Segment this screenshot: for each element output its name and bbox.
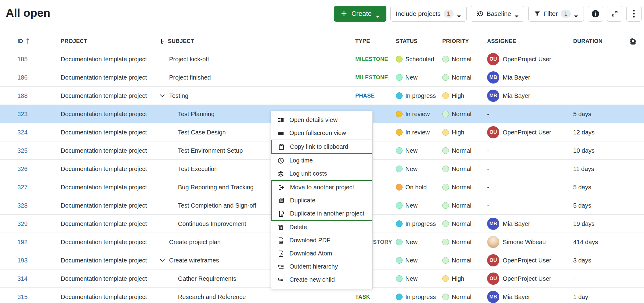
priority-cell: High <box>442 123 464 141</box>
work-package-id-link[interactable]: 329 <box>17 215 27 233</box>
duration-cell: 5 days <box>573 178 591 196</box>
priority-label: High <box>452 275 464 282</box>
chevron-down-icon <box>457 12 461 15</box>
menu-item-create-new-child[interactable]: Create new child <box>271 273 372 286</box>
status-label: In review <box>405 129 430 136</box>
details-view-icon <box>277 117 284 123</box>
menu-item-download-atom[interactable]: Download Atom <box>271 247 372 260</box>
subject-text: Research and Reference <box>178 294 246 301</box>
work-package-id-link[interactable]: 328 <box>17 196 27 215</box>
column-header-status[interactable]: STATUS <box>396 34 418 49</box>
work-package-id-link[interactable]: 326 <box>17 160 27 178</box>
more-options-button[interactable] <box>626 6 642 22</box>
assignee-name: - <box>487 111 489 118</box>
work-package-id-link[interactable]: 188 <box>17 87 27 105</box>
include-projects-badge: 1 <box>444 10 454 18</box>
assignee-cell: OUOpenProject User <box>487 251 551 269</box>
assignee-name: OpenProject User <box>503 129 551 136</box>
subject-text: Test Execution <box>178 166 218 173</box>
menu-item-delete[interactable]: Delete <box>271 221 372 234</box>
create-button-label: Create <box>351 10 371 18</box>
priority-label: Normal <box>452 147 471 154</box>
status-dot-icon <box>396 202 403 209</box>
menu-group: Open details viewOpen fullscreen view <box>271 113 372 140</box>
fullscreen-button[interactable] <box>607 6 622 22</box>
work-package-id-link[interactable]: 192 <box>17 233 27 251</box>
collapse-chevron-icon[interactable] <box>159 258 169 262</box>
priority-dot-icon <box>442 220 449 227</box>
status-dot-icon <box>396 92 403 99</box>
work-package-id-link[interactable]: 186 <box>17 68 27 87</box>
duration-cell: 11 days <box>573 160 594 178</box>
baseline-icon <box>476 10 483 17</box>
work-package-id-link[interactable]: 315 <box>17 288 27 303</box>
subject-text: Test Environment Setup <box>178 147 243 154</box>
table-row[interactable]: 188Documentation template projectTesting… <box>0 87 644 105</box>
baseline-button[interactable]: Baseline <box>471 6 524 22</box>
status-dot-icon <box>396 74 403 81</box>
work-package-id-link[interactable]: 314 <box>17 269 27 288</box>
work-package-id-link[interactable]: 327 <box>17 178 27 196</box>
column-header-subject[interactable]: SUBJECT <box>160 34 194 49</box>
work-package-id-link[interactable]: 193 <box>17 251 27 269</box>
menu-item-duplicate[interactable]: Duplicate <box>272 194 372 207</box>
status-cell: New <box>396 141 418 160</box>
menu-item-label: Download Atom <box>289 250 332 257</box>
menu-item-move-to-another-project[interactable]: Move to another project <box>272 181 372 194</box>
work-package-id-link[interactable]: 325 <box>17 141 27 160</box>
priority-dot-icon <box>442 184 449 191</box>
column-header-priority[interactable]: PRIORITY <box>442 34 469 49</box>
assignee-name: - <box>487 202 489 209</box>
priority-label: High <box>452 92 464 99</box>
project-cell: Documentation template project <box>61 123 147 141</box>
column-header-id[interactable]: ID <box>17 34 30 49</box>
priority-label: High <box>452 129 464 136</box>
clock-icon <box>277 157 284 164</box>
assignee-cell: - <box>487 105 489 123</box>
column-header-duration[interactable]: DURATION <box>573 34 602 49</box>
priority-dot-icon <box>442 257 449 264</box>
menu-item-outdent-hierarchy[interactable]: Outdent hierarchy <box>271 260 372 273</box>
project-cell: Documentation template project <box>61 68 147 87</box>
filter-button[interactable]: Filter 1 <box>528 6 584 22</box>
include-projects-label: Include projects <box>396 10 441 17</box>
subject-cell: Test Execution <box>159 160 218 178</box>
menu-item-download-pdf[interactable]: PDFDownload PDF <box>271 234 372 247</box>
menu-item-open-details-view[interactable]: Open details view <box>271 113 372 127</box>
priority-cell: Normal <box>442 288 471 303</box>
menu-item-log-unit-costs[interactable]: Log unit costs <box>271 167 372 180</box>
work-package-id-link[interactable]: 323 <box>17 105 27 123</box>
info-button[interactable] <box>588 6 603 22</box>
trash-icon <box>277 224 284 231</box>
column-header-assignee[interactable]: ASSIGNEE <box>487 34 516 49</box>
assignee-cell: MBMia Bayer <box>487 288 530 303</box>
column-header-project[interactable]: PROJECT <box>61 34 87 49</box>
create-button[interactable]: Create <box>334 6 386 22</box>
table-row[interactable]: 315Documentation template projectResearc… <box>0 288 644 303</box>
menu-item-log-time[interactable]: Log time <box>271 154 372 167</box>
menu-item-duplicate-in-another-project[interactable]: Duplicate in another project <box>272 207 372 220</box>
priority-label: Normal <box>452 56 471 63</box>
project-cell: Documentation template project <box>61 105 147 123</box>
status-label: In progress <box>405 294 436 301</box>
subject-cell: Create wireframes <box>159 251 219 269</box>
status-label: In progress <box>405 92 436 99</box>
filter-label: Filter <box>544 10 558 17</box>
work-package-id-link[interactable]: 324 <box>17 123 27 141</box>
work-package-id-link[interactable]: 185 <box>17 50 27 68</box>
priority-label: Normal <box>452 294 471 301</box>
status-label: New <box>405 257 418 264</box>
table-row[interactable]: 185Documentation template projectProject… <box>0 50 644 68</box>
collapse-chevron-icon[interactable] <box>159 94 169 98</box>
menu-item-label: Create new child <box>289 276 335 283</box>
table-row[interactable]: 186Documentation template projectProject… <box>0 68 644 87</box>
column-header-type[interactable]: TYPE <box>355 34 370 49</box>
subject-cell: Testing <box>159 87 188 105</box>
table-settings-button[interactable] <box>629 34 637 49</box>
toolbar: Create Include projects 1 Baseline Filte… <box>334 6 642 22</box>
menu-item-copy-link-to-clipboard[interactable]: Copy link to clipboard <box>272 140 372 153</box>
priority-dot-icon <box>442 74 449 81</box>
subject-cell: Gather Requirements <box>159 269 236 288</box>
include-projects-button[interactable]: Include projects 1 <box>390 6 467 22</box>
menu-item-open-fullscreen-view[interactable]: Open fullscreen view <box>271 127 372 140</box>
